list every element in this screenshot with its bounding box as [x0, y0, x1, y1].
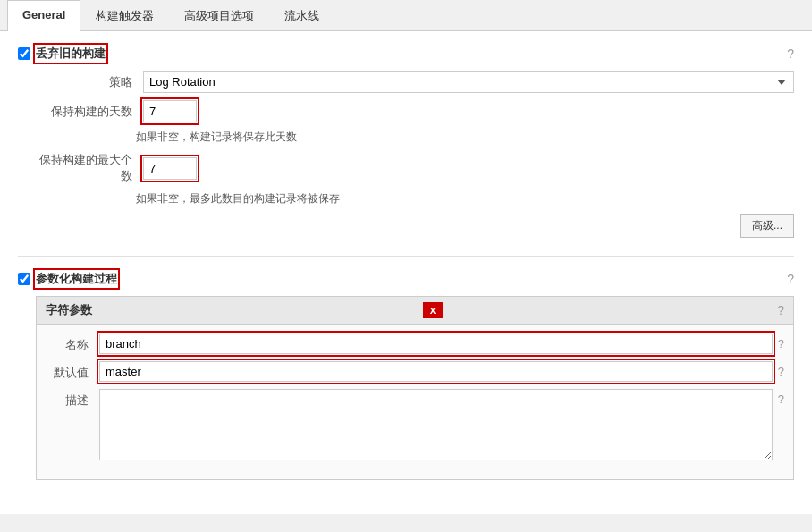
advanced-btn-row: 高级...	[18, 214, 794, 238]
parameterized-help-icon[interactable]: ?	[787, 272, 794, 286]
param-card-body: 名称 ? 默认值 ? 描述	[37, 325, 793, 479]
param-desc-textarea[interactable]	[99, 389, 773, 460]
param-name-label: 名称	[46, 334, 99, 353]
max-label: 保持构建的最大个数	[36, 152, 143, 184]
discard-builds-help-icon[interactable]: ?	[787, 46, 794, 61]
discard-builds-group: 丢弃旧的构建	[18, 46, 106, 62]
strategy-row: 策略 Log Rotation	[18, 71, 794, 93]
strategy-control: Log Rotation	[143, 71, 794, 93]
tab-advanced[interactable]: 高级项目选项	[169, 0, 269, 31]
max-input[interactable]	[143, 157, 197, 180]
param-desc-input-wrap	[99, 389, 773, 463]
days-control	[143, 100, 794, 122]
max-row: 保持构建的最大个数	[18, 152, 794, 184]
param-card-title: 字符参数	[46, 302, 92, 318]
param-desc-row: 描述 ?	[37, 389, 793, 463]
days-input[interactable]	[143, 100, 197, 122]
days-row: 保持构建的天数	[18, 100, 794, 122]
strategy-select[interactable]: Log Rotation	[143, 71, 794, 93]
parameterized-label: 参数化构建过程	[36, 271, 117, 287]
param-default-input[interactable]	[99, 361, 773, 382]
param-card: 字符参数 x ? 名称 ? 默认值	[36, 296, 794, 480]
param-desc-help-icon[interactable]: ?	[778, 389, 784, 406]
parameterized-group: 参数化构建过程	[18, 271, 117, 287]
param-default-row: 默认值 ?	[37, 361, 793, 382]
tab-general[interactable]: General	[7, 0, 80, 31]
strategy-label: 策略	[36, 74, 143, 90]
max-hint: 如果非空，最多此数目的构建记录将被保存	[18, 191, 794, 207]
param-desc-label: 描述	[46, 389, 99, 409]
discard-builds-label: 丢弃旧的构建	[36, 46, 106, 62]
param-default-label: 默认值	[46, 361, 99, 381]
max-control	[143, 157, 794, 180]
discard-builds-checkbox[interactable]	[18, 47, 30, 60]
param-name-input-wrap	[99, 334, 773, 354]
parameterized-section: 参数化构建过程 ? 字符参数 x ? 名称 ?	[18, 271, 794, 480]
param-card-header: 字符参数 x ?	[37, 297, 793, 325]
param-name-row: 名称 ?	[37, 334, 793, 354]
discard-builds-section: 丢弃旧的构建 ? 策略 Log Rotation 保持构建的天数 如果非空，构建…	[18, 46, 794, 238]
main-content: 丢弃旧的构建 ? 策略 Log Rotation 保持构建的天数 如果非空，构建…	[0, 31, 812, 514]
tab-pipeline[interactable]: 流水线	[269, 0, 334, 31]
tabs-bar: General 构建触发器 高级项目选项 流水线	[0, 0, 812, 31]
tab-triggers[interactable]: 构建触发器	[80, 0, 169, 31]
param-name-help-icon[interactable]: ?	[778, 334, 784, 350]
param-default-help-icon[interactable]: ?	[778, 361, 784, 378]
section-divider	[18, 256, 794, 257]
param-default-input-wrap	[99, 361, 773, 382]
days-label: 保持构建的天数	[36, 104, 143, 120]
param-name-input[interactable]	[99, 334, 773, 354]
days-hint: 如果非空，构建记录将保存此天数	[18, 130, 794, 145]
advanced-button[interactable]: 高级...	[740, 214, 794, 238]
param-card-help-icon[interactable]: ?	[777, 303, 784, 317]
delete-param-button[interactable]: x	[423, 302, 444, 318]
parameterized-checkbox[interactable]	[18, 273, 30, 285]
